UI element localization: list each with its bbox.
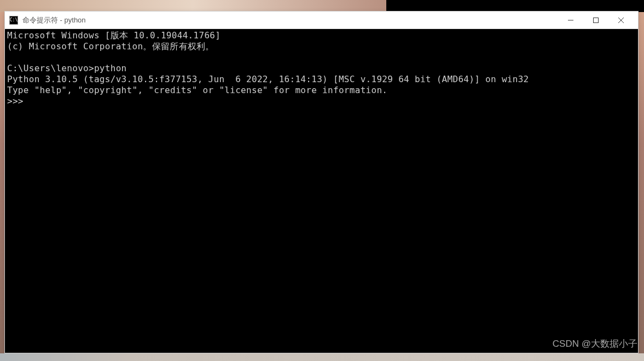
terminal-line: Type "help", "copyright", "credits" or "… xyxy=(7,85,387,95)
close-button[interactable] xyxy=(608,12,634,28)
terminal-line: (c) Microsoft Corporation。保留所有权利。 xyxy=(7,41,214,51)
terminal-output[interactable]: Microsoft Windows [版本 10.0.19044.1766] (… xyxy=(5,29,638,353)
watermark-text: CSDN @大数据小子 xyxy=(553,337,637,350)
cmd-icon: C:\ xyxy=(9,16,18,25)
window-titlebar[interactable]: C:\ 命令提示符 - python xyxy=(5,12,638,29)
terminal-line: Microsoft Windows [版本 10.0.19044.1766] xyxy=(7,30,221,41)
prompt-command: python xyxy=(94,63,127,73)
prompt-path: C:\Users\lenovo> xyxy=(7,63,94,73)
desktop-background-bottom xyxy=(0,353,644,361)
svg-rect-1 xyxy=(594,18,599,22)
window-title: 命令提示符 - python xyxy=(22,15,558,25)
window-controls xyxy=(558,12,634,28)
terminal-line: Python 3.10.5 (tags/v3.10.5:f377153, Jun… xyxy=(7,74,529,84)
command-prompt-window: C:\ 命令提示符 - python Microsoft Windows [版本… xyxy=(4,11,639,353)
maximize-button[interactable] xyxy=(583,12,608,28)
desktop-background-top xyxy=(0,0,644,12)
repl-prompt: >>> xyxy=(7,96,29,106)
minimize-button[interactable] xyxy=(558,12,583,28)
